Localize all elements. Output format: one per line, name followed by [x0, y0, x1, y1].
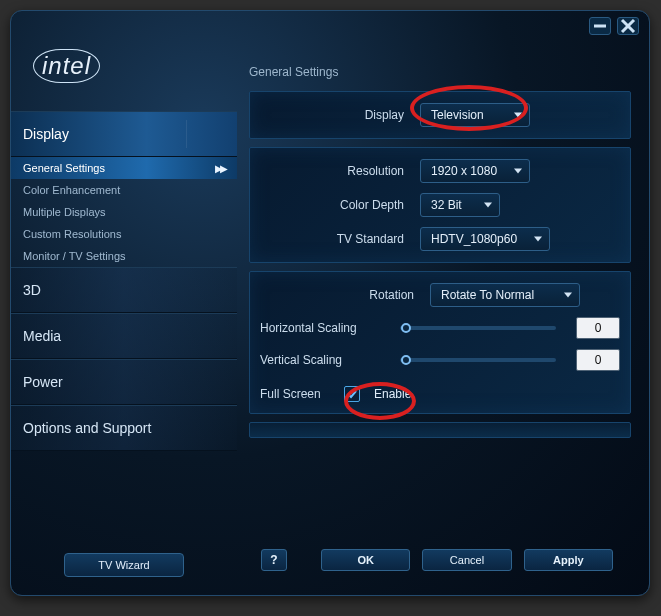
minimize-button[interactable]: [589, 17, 611, 35]
label-tv-standard: TV Standard: [260, 232, 410, 246]
dropdown-value: HDTV_1080p60: [431, 232, 517, 246]
enable-label: Enable: [374, 387, 411, 401]
full-screen-checkbox[interactable]: [344, 386, 360, 402]
subnav-label: General Settings: [23, 162, 105, 174]
rotation-dropdown[interactable]: Rotate To Normal: [430, 283, 580, 307]
titlebar: [11, 11, 649, 41]
tv-wizard-button[interactable]: TV Wizard: [64, 553, 184, 577]
nav-3d[interactable]: 3D: [11, 267, 237, 313]
nav-options-support[interactable]: Options and Support: [11, 405, 237, 451]
help-button[interactable]: ?: [261, 549, 287, 571]
group-video: Resolution 1920 x 1080 Color Depth 32 Bi…: [249, 147, 631, 263]
group-display: Display Television: [249, 91, 631, 139]
tv-standard-dropdown[interactable]: HDTV_1080p60: [420, 227, 550, 251]
nav-media[interactable]: Media: [11, 313, 237, 359]
display-dropdown[interactable]: Television: [420, 103, 530, 127]
intel-graphics-window: intel Display General Settings ▶▶ Color …: [10, 10, 650, 596]
subnav-monitor-tv-settings[interactable]: Monitor / TV Settings: [11, 245, 237, 267]
chevron-down-icon: [534, 237, 542, 242]
dropdown-value: 32 Bit: [431, 198, 462, 212]
nav-power[interactable]: Power: [11, 359, 237, 405]
separator-bar: [249, 422, 631, 438]
chevron-down-icon: [484, 203, 492, 208]
dropdown-value: Rotate To Normal: [441, 288, 534, 302]
chevron-down-icon: [564, 293, 572, 298]
label-v-scaling: Vertical Scaling: [260, 353, 380, 367]
subnav-color-enhancement[interactable]: Color Enhancement: [11, 179, 237, 201]
label-h-scaling: Horizontal Scaling: [260, 321, 380, 335]
slider-thumb[interactable]: [401, 323, 411, 333]
sidebar: intel Display General Settings ▶▶ Color …: [11, 41, 237, 595]
h-scaling-value[interactable]: [576, 317, 620, 339]
slider-thumb[interactable]: [401, 355, 411, 365]
label-color-depth: Color Depth: [260, 198, 410, 212]
group-layout: Rotation Rotate To Normal Horizontal Sca…: [249, 271, 631, 414]
dropdown-value: Television: [431, 108, 484, 122]
chevron-down-icon: [514, 113, 522, 118]
dropdown-value: 1920 x 1080: [431, 164, 497, 178]
chevron-down-icon: [514, 169, 522, 174]
section-title: General Settings: [249, 65, 631, 79]
close-button[interactable]: [617, 17, 639, 35]
h-scaling-slider[interactable]: [400, 326, 556, 330]
subnav-custom-resolutions[interactable]: Custom Resolutions: [11, 223, 237, 245]
intel-logo: intel: [11, 41, 237, 111]
v-scaling-value[interactable]: [576, 349, 620, 371]
subnav-general-settings[interactable]: General Settings ▶▶: [11, 157, 237, 179]
subnav-multiple-displays[interactable]: Multiple Displays: [11, 201, 237, 223]
footer: ? OK Cancel Apply: [249, 535, 631, 585]
ok-button[interactable]: OK: [321, 549, 410, 571]
nav-label: Display: [23, 126, 69, 142]
chevron-right-icon: ▶▶: [215, 163, 225, 174]
resolution-dropdown[interactable]: 1920 x 1080: [420, 159, 530, 183]
nav-display[interactable]: Display: [11, 111, 237, 157]
label-full-screen: Full Screen: [260, 387, 330, 401]
cancel-button[interactable]: Cancel: [422, 549, 511, 571]
apply-button[interactable]: Apply: [524, 549, 613, 571]
color-depth-dropdown[interactable]: 32 Bit: [420, 193, 500, 217]
label-resolution: Resolution: [260, 164, 410, 178]
label-display: Display: [260, 108, 410, 122]
label-rotation: Rotation: [260, 288, 420, 302]
v-scaling-slider[interactable]: [400, 358, 556, 362]
main-panel: General Settings Display Television Reso…: [237, 41, 649, 595]
